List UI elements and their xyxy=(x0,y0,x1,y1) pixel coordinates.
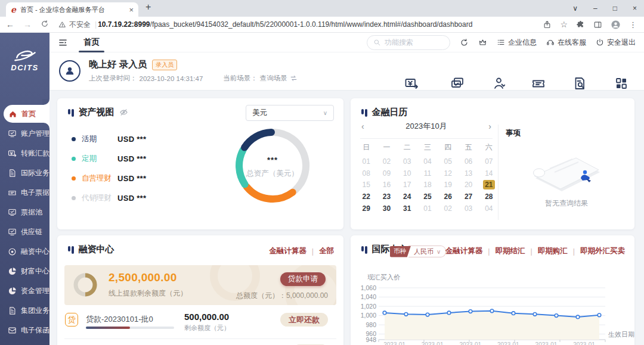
refresh-icon[interactable] xyxy=(460,38,469,47)
pie-icon xyxy=(8,267,17,276)
asset-legend-row-2[interactable]: 自营理财USD *** xyxy=(72,169,146,188)
calendar-day[interactable]: 31 xyxy=(397,204,417,213)
bookmark-star-icon[interactable]: ☆ xyxy=(560,20,568,29)
calendar-day[interactable]: 22 xyxy=(356,192,376,201)
tab-close-icon[interactable]: × xyxy=(129,5,134,14)
calendar-day[interactable]: 15 xyxy=(356,181,376,189)
calendar-day[interactable]: 01 xyxy=(417,204,438,213)
collapse-menu-icon[interactable] xyxy=(58,38,68,48)
international-link-3[interactable]: 即期外汇买卖 xyxy=(580,246,625,256)
sidebar-item-6[interactable]: 供应链 xyxy=(0,223,49,241)
panel-bars-icon xyxy=(68,108,74,117)
asset-legend-row-3[interactable]: 代销理财USD *** xyxy=(72,188,146,208)
calendar-day[interactable]: 26 xyxy=(438,192,458,201)
loan-apply-button[interactable]: 贷款申请 xyxy=(280,272,326,286)
asset-legend-row-0[interactable]: 活期USD *** xyxy=(72,129,146,149)
international-link-1[interactable]: 即期结汇 xyxy=(496,246,525,256)
extensions-puzzle-icon[interactable] xyxy=(576,20,585,29)
calendar-day[interactable]: 11 xyxy=(417,169,438,178)
side-panel-icon[interactable] xyxy=(593,20,602,29)
browser-profile-avatar[interactable] xyxy=(611,20,621,30)
toolbar-icons: ☆ ⋮ xyxy=(543,20,637,30)
sidebar-item-11[interactable]: 电子保函 xyxy=(0,321,49,339)
calendar-day[interactable]: 28 xyxy=(479,192,499,201)
safe-exit-button[interactable]: 安全退出 xyxy=(596,38,636,48)
calendar-day[interactable]: 20 xyxy=(458,181,478,189)
calendar-day-selected[interactable]: 21 xyxy=(479,180,499,189)
eye-off-icon[interactable] xyxy=(119,108,128,117)
online-service-button[interactable]: 在线客服 xyxy=(546,38,586,48)
welcome-section: 晚上好 录入员 录入员 上次登录时间： 2023-10-20 14:31:47 … xyxy=(49,52,644,91)
security-chip[interactable]: 不安全 | xyxy=(58,20,98,30)
calendar-day[interactable]: 18 xyxy=(417,181,438,189)
url-bar[interactable]: 10.7.19.22:8999/fpaas_bucket/94154032_de… xyxy=(98,20,535,29)
calendar-day[interactable]: 04 xyxy=(479,204,499,213)
calendar-day[interactable]: 16 xyxy=(376,181,397,189)
calendar-day[interactable]: 27 xyxy=(458,192,478,201)
sidebar-item-10[interactable]: 集团业务 xyxy=(0,302,49,319)
sidebar-item-0[interactable]: 首页 xyxy=(4,105,49,123)
search-input[interactable] xyxy=(385,38,444,46)
function-search[interactable] xyxy=(367,35,450,50)
calendar-day[interactable]: 25 xyxy=(417,192,438,201)
browser-tabstrip: e 首页 - 企业综合金融服务平台 × + ∨ – □ × xyxy=(0,0,644,17)
currency-select[interactable]: 美元 ∨ xyxy=(246,105,334,121)
sidebar-item-5[interactable]: 票据池 xyxy=(0,203,49,221)
calendar-day[interactable]: 09 xyxy=(376,169,397,178)
forward-button[interactable]: → xyxy=(23,20,32,29)
calendar-day[interactable]: 08 xyxy=(356,169,376,178)
sidebar-item-8[interactable]: 财富中心 xyxy=(0,262,49,280)
calendar-day[interactable]: 24 xyxy=(397,192,417,201)
browser-tab[interactable]: e 首页 - 企业综合金融服务平台 × xyxy=(6,2,138,17)
sidebar-item-2[interactable]: 转账汇款 xyxy=(0,144,49,162)
tab-search-icon[interactable]: ∨ xyxy=(572,4,578,13)
calendar-day[interactable]: 12 xyxy=(438,169,458,178)
international-link-2[interactable]: 即期购汇 xyxy=(538,246,568,256)
calendar-day[interactable]: 17 xyxy=(397,181,417,189)
calendar-day[interactable]: 02 xyxy=(376,157,397,166)
financing-link-1[interactable]: 全部 xyxy=(319,246,334,256)
sidebar-item-4[interactable]: 电子票据 xyxy=(0,184,49,201)
welcome-subinfo: 上次登录时间： 2023-10-20 14:31:47 当前场景： 查询场景 xyxy=(89,74,298,83)
enterprise-info-button[interactable]: 企业信息 xyxy=(497,38,537,48)
international-link-0[interactable]: 金融计算器 xyxy=(445,246,483,256)
back-button[interactable]: ← xyxy=(6,20,14,29)
new-tab-button[interactable]: + xyxy=(145,2,151,13)
calendar-day[interactable]: 03 xyxy=(397,157,417,166)
calendar-day[interactable]: 30 xyxy=(376,204,397,213)
calendar-day[interactable]: 02 xyxy=(438,204,458,213)
tab-home[interactable]: 首页 xyxy=(78,33,106,52)
calendar-day[interactable]: 01 xyxy=(356,157,376,166)
calendar-day[interactable]: 13 xyxy=(458,169,478,178)
sidebar-item-3[interactable]: 国际业务 xyxy=(0,164,49,182)
calendar-day[interactable]: 03 xyxy=(458,204,478,213)
window-close-button[interactable]: × xyxy=(633,4,637,13)
calendar-day[interactable]: 06 xyxy=(458,157,478,166)
minimize-button[interactable]: – xyxy=(593,4,597,13)
calendar-day[interactable]: 10 xyxy=(397,169,417,178)
calendar-prev-button[interactable]: ‹ xyxy=(360,122,366,131)
reload-icon[interactable] xyxy=(41,20,49,28)
sidebar-item-9[interactable]: 资金管理 xyxy=(0,282,49,300)
legend-value: USD *** xyxy=(117,154,146,163)
sidebar-item-7[interactable]: 融资中心 xyxy=(0,243,49,260)
repay-now-button[interactable]: 立即还款 xyxy=(280,313,328,327)
asset-legend-row-1[interactable]: 定期USD *** xyxy=(72,149,146,169)
calendar-day[interactable]: 07 xyxy=(479,157,499,166)
financing-link-0[interactable]: 金融计算器 xyxy=(269,246,306,256)
swap-scene-icon[interactable] xyxy=(290,74,298,82)
calendar-day[interactable]: 14 xyxy=(479,169,499,178)
calendar-day[interactable]: 23 xyxy=(376,192,397,201)
maximize-button[interactable]: □ xyxy=(613,4,617,13)
crown-icon[interactable] xyxy=(478,38,487,47)
calendar-day[interactable]: 19 xyxy=(438,181,458,189)
calendar-day[interactable]: 04 xyxy=(417,157,438,166)
sidebar-item-1[interactable]: 账户管理 xyxy=(0,125,49,142)
browser-menu-icon[interactable]: ⋮ xyxy=(629,20,637,29)
calendar-day[interactable]: 29 xyxy=(356,204,376,213)
active-notch-top xyxy=(42,99,49,105)
share-icon[interactable] xyxy=(543,20,552,29)
currency-type-select[interactable]: 币种 人民币 ∨ xyxy=(390,245,446,257)
calendar-day[interactable]: 05 xyxy=(438,157,458,166)
calendar-next-button[interactable]: › xyxy=(487,122,493,131)
